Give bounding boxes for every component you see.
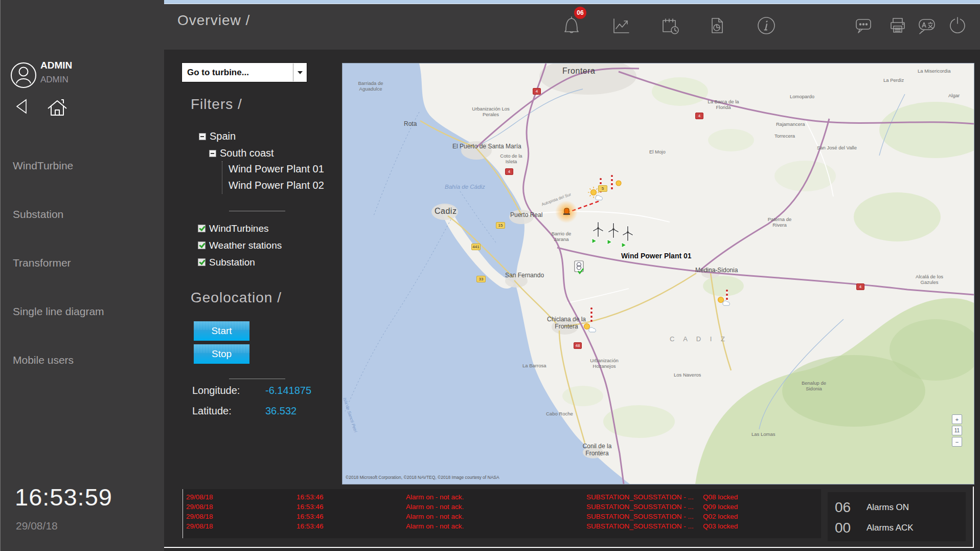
print-button[interactable]	[885, 13, 910, 38]
layer-checkboxes: WindTurbinesWeather stationsSubstation	[198, 220, 282, 271]
printer-icon	[885, 13, 910, 38]
goto-turbine-value: Go to turbine...	[183, 68, 293, 78]
alarm-beacon-icon[interactable]	[555, 201, 578, 223]
layer-toggle-windturbines[interactable]: WindTurbines	[198, 220, 282, 237]
layer-toggle-substation[interactable]: Substation	[198, 254, 282, 271]
divider	[229, 211, 285, 211]
right-border-line	[973, 487, 974, 548]
map-zoom-controls: + 11 −	[952, 414, 962, 447]
alarms-ack-count: 00	[835, 520, 867, 536]
back-arrow-icon	[17, 100, 26, 113]
clock-time: 16:53:59	[15, 483, 112, 511]
alarm-cell-det: Q03 locked	[703, 522, 738, 530]
alarms-on-count: 06	[835, 499, 867, 516]
sidebar-item-windturbine[interactable]: WindTurbine	[13, 160, 104, 208]
alarm-cell-src: SUBSTATION_SOUSSTATION - ...	[586, 522, 694, 530]
tree-node-spain[interactable]: Spain	[199, 130, 236, 142]
user-avatar[interactable]	[10, 61, 37, 91]
tree-plants: Wind Power Plant 01Wind Power Plant 02	[222, 161, 324, 194]
alarm-row[interactable]: 29/08/1816:53:46Alarm on - not ack.SUBST…	[183, 493, 821, 503]
alarm-table[interactable]: 29/08/1816:53:46Alarm on - not ack.SUBST…	[183, 489, 821, 538]
alarm-cell-src: SUBSTATION_SOUSSTATION - ...	[586, 503, 694, 511]
alarm-cell-time: 16:53:46	[297, 503, 324, 511]
home-icon	[48, 100, 66, 115]
sidebar-menu: WindTurbineSubstationTransformerSingle l…	[13, 160, 104, 403]
translate-icon	[915, 13, 939, 38]
chevron-down-icon[interactable]	[293, 63, 306, 81]
info-button[interactable]	[754, 13, 779, 38]
alarm-row[interactable]: 29/08/1816:53:46Alarm on - not ack.SUBST…	[183, 503, 821, 513]
sidebar-item-mobile-users[interactable]: Mobile users	[13, 354, 104, 403]
sidebar-item-transformer[interactable]: Transformer	[13, 257, 104, 305]
sidebar-item-single-line-diagram[interactable]: Single line diagram	[13, 305, 104, 354]
top-accent-bar	[164, 0, 980, 4]
alarm-cell-det: Q08 locked	[703, 493, 738, 501]
geolocation-stop-button[interactable]: Stop	[194, 344, 249, 364]
map[interactable]: FronteraBarriada de AguadulceLa Miserico…	[342, 63, 974, 484]
language-button[interactable]	[915, 13, 939, 38]
home-button[interactable]	[45, 96, 69, 122]
layer-toggle-weather-stations[interactable]: Weather stations	[198, 237, 282, 254]
divider	[229, 379, 285, 379]
logout-button[interactable]	[945, 13, 970, 38]
map-attribution: ©2018 Microsoft Corporation, ©2018 NAVTE…	[346, 475, 499, 480]
tree-item-wind-power-plant-01[interactable]: Wind Power Plant 01	[222, 161, 324, 178]
substation-icon[interactable]	[575, 261, 583, 273]
alarm-cell-det: Q02 locked	[703, 513, 738, 520]
alarm-cell-msg: Alarm on - not ack.	[406, 503, 464, 511]
alarm-count-badge: 06	[574, 7, 586, 19]
zoom-in-button[interactable]: +	[952, 414, 962, 424]
alarms-ack-label: Alarms ACK	[867, 523, 914, 533]
alarm-cell-time: 16:53:46	[297, 493, 324, 501]
line-chart-icon	[609, 13, 633, 38]
alarm-cell-src: SUBSTATION_SOUSSTATION - ...	[586, 513, 694, 520]
alarm-cell-det: Q09 locked	[703, 503, 738, 511]
alarm-row[interactable]: 29/08/1816:53:46Alarm on - not ack.SUBST…	[183, 513, 821, 522]
geolocation-start-button[interactable]: Start	[194, 321, 249, 341]
scada-window: Overview / 06	[0, 0, 980, 551]
power-icon	[945, 13, 970, 38]
back-button[interactable]	[12, 96, 32, 119]
latitude-label: Latitude:	[192, 405, 232, 417]
zoom-out-button[interactable]: −	[952, 437, 962, 447]
longitude-value: -6.141875	[265, 385, 311, 396]
collapse-icon[interactable]	[209, 150, 216, 157]
alarm-cell-date: 29/08/18	[186, 513, 213, 520]
collapse-icon[interactable]	[199, 133, 206, 140]
layer-label: WindTurbines	[209, 223, 269, 234]
user-role: ADMIN	[40, 75, 69, 85]
geolocation-heading: Geolocation /	[191, 290, 282, 306]
latitude-value: 36.532	[265, 405, 297, 417]
tree-node-label: South coast	[220, 147, 274, 159]
alarm-cell-msg: Alarm on - not ack.	[406, 513, 464, 520]
clock-date: 29/08/18	[16, 520, 58, 532]
sidebar-item-substation[interactable]: Substation	[13, 208, 104, 257]
alarm-cell-date: 29/08/18	[186, 493, 213, 501]
trends-button[interactable]	[609, 13, 633, 38]
tree-item-wind-power-plant-02[interactable]: Wind Power Plant 02	[222, 178, 324, 194]
layer-label: Weather stations	[209, 240, 282, 251]
alarm-row[interactable]: 29/08/1816:53:46Alarm on - not ack.SUBST…	[183, 522, 821, 532]
reports-button[interactable]	[705, 13, 730, 38]
scheduler-button[interactable]	[658, 13, 682, 38]
alarm-cell-time: 16:53:46	[297, 513, 324, 520]
layer-label: Substation	[209, 257, 255, 268]
map-terrain	[343, 63, 974, 484]
alarm-cell-msg: Alarm on - not ack.	[406, 493, 464, 501]
calendar-clock-icon	[658, 13, 682, 38]
messages-button[interactable]	[851, 13, 876, 38]
alarms-on-label: Alarms ON	[867, 502, 909, 513]
alarm-cell-time: 16:53:46	[297, 522, 324, 530]
alarm-cell-src: SUBSTATION_SOUSSTATION - ...	[586, 493, 694, 501]
alarm-cell-msg: Alarm on - not ack.	[406, 522, 464, 530]
checkbox-checked-icon[interactable]	[198, 241, 206, 249]
longitude-label: Longitude:	[192, 385, 240, 396]
checkbox-checked-icon[interactable]	[198, 225, 206, 232]
checkbox-checked-icon[interactable]	[198, 258, 206, 266]
tree-node-south-coast[interactable]: South coast	[209, 147, 274, 159]
goto-turbine-select[interactable]: Go to turbine...	[182, 63, 307, 82]
alarms-on-row: 06 Alarms ON	[835, 497, 966, 518]
page-title: Overview /	[177, 12, 250, 29]
tree-node-label: Spain	[210, 130, 236, 142]
alarm-cell-date: 29/08/18	[186, 503, 213, 511]
